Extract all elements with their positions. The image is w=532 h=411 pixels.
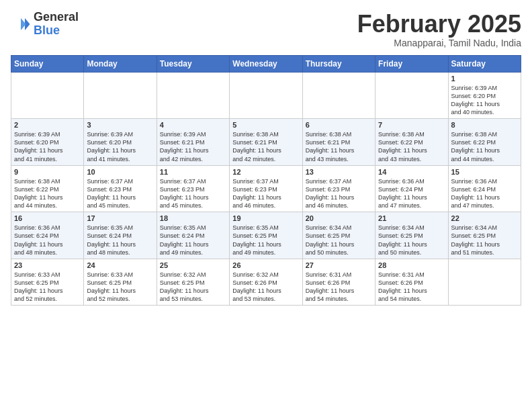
day-cell: 27Sunrise: 6:31 AM Sunset: 6:26 PM Dayli… [302, 259, 375, 306]
day-cell: 14Sunrise: 6:36 AM Sunset: 6:24 PM Dayli… [375, 165, 448, 212]
day-number: 20 [306, 214, 372, 222]
day-cell: 8Sunrise: 6:38 AM Sunset: 6:22 PM Daylig… [448, 119, 521, 166]
day-cell: 19Sunrise: 6:35 AM Sunset: 6:25 PM Dayli… [230, 212, 302, 259]
weekday-thursday: Thursday [302, 55, 375, 72]
day-info: Sunrise: 6:34 AM Sunset: 6:25 PM Dayligh… [451, 224, 518, 257]
day-info: Sunrise: 6:38 AM Sunset: 6:22 PM Dayligh… [14, 177, 81, 210]
day-number: 3 [87, 121, 153, 129]
day-cell: 15Sunrise: 6:36 AM Sunset: 6:24 PM Dayli… [448, 165, 521, 212]
day-info: Sunrise: 6:31 AM Sunset: 6:26 PM Dayligh… [378, 271, 445, 304]
weekday-saturday: Saturday [448, 55, 521, 72]
header: General Blue February 2025 Manapparai, T… [11, 11, 521, 48]
day-cell: 24Sunrise: 6:33 AM Sunset: 6:25 PM Dayli… [84, 259, 157, 306]
day-info: Sunrise: 6:33 AM Sunset: 6:25 PM Dayligh… [87, 271, 153, 304]
day-number: 23 [14, 261, 81, 269]
day-number: 28 [378, 261, 445, 269]
day-info: Sunrise: 6:31 AM Sunset: 6:26 PM Dayligh… [306, 271, 372, 304]
day-info: Sunrise: 6:38 AM Sunset: 6:21 PM Dayligh… [306, 130, 372, 163]
day-info: Sunrise: 6:36 AM Sunset: 6:24 PM Dayligh… [378, 177, 445, 210]
logo-text: General Blue [34, 11, 79, 38]
day-cell: 12Sunrise: 6:37 AM Sunset: 6:23 PM Dayli… [230, 165, 302, 212]
day-number: 21 [378, 214, 445, 222]
page: General Blue February 2025 Manapparai, T… [0, 0, 532, 312]
weekday-tuesday: Tuesday [157, 55, 229, 72]
day-number: 5 [232, 121, 299, 129]
day-cell: 23Sunrise: 6:33 AM Sunset: 6:25 PM Dayli… [11, 259, 84, 306]
day-info: Sunrise: 6:37 AM Sunset: 6:23 PM Dayligh… [306, 177, 372, 210]
day-cell: 28Sunrise: 6:31 AM Sunset: 6:26 PM Dayli… [375, 259, 448, 306]
day-number: 24 [87, 261, 153, 269]
day-info: Sunrise: 6:39 AM Sunset: 6:20 PM Dayligh… [451, 84, 518, 117]
day-cell: 18Sunrise: 6:35 AM Sunset: 6:24 PM Dayli… [157, 212, 229, 259]
day-number: 8 [451, 121, 518, 129]
day-cell: 6Sunrise: 6:38 AM Sunset: 6:21 PM Daylig… [302, 119, 375, 166]
day-info: Sunrise: 6:38 AM Sunset: 6:22 PM Dayligh… [451, 130, 518, 163]
day-info: Sunrise: 6:35 AM Sunset: 6:25 PM Dayligh… [232, 224, 299, 257]
day-number: 12 [232, 168, 299, 176]
day-number: 13 [306, 168, 372, 176]
day-cell: 13Sunrise: 6:37 AM Sunset: 6:23 PM Dayli… [302, 165, 375, 212]
day-number: 25 [160, 261, 226, 269]
day-info: Sunrise: 6:36 AM Sunset: 6:24 PM Dayligh… [14, 224, 81, 257]
day-cell: 11Sunrise: 6:37 AM Sunset: 6:23 PM Dayli… [157, 165, 229, 212]
day-info: Sunrise: 6:38 AM Sunset: 6:21 PM Dayligh… [232, 130, 299, 163]
day-cell: 10Sunrise: 6:37 AM Sunset: 6:23 PM Dayli… [84, 165, 157, 212]
week-row-4: 23Sunrise: 6:33 AM Sunset: 6:25 PM Dayli… [11, 259, 521, 306]
title-block: February 2025 Manapparai, Tamil Nadu, In… [357, 11, 521, 48]
month-title: February 2025 [357, 11, 521, 38]
day-info: Sunrise: 6:36 AM Sunset: 6:24 PM Dayligh… [451, 177, 518, 210]
day-info: Sunrise: 6:37 AM Sunset: 6:23 PM Dayligh… [87, 177, 153, 210]
weekday-friday: Friday [375, 55, 448, 72]
logo: General Blue [11, 11, 79, 38]
day-number: 4 [160, 121, 226, 129]
day-cell: 20Sunrise: 6:34 AM Sunset: 6:25 PM Dayli… [302, 212, 375, 259]
weekday-sunday: Sunday [11, 55, 84, 72]
day-number: 7 [378, 121, 445, 129]
day-info: Sunrise: 6:39 AM Sunset: 6:20 PM Dayligh… [14, 130, 81, 163]
day-cell: 9Sunrise: 6:38 AM Sunset: 6:22 PM Daylig… [11, 165, 84, 212]
day-info: Sunrise: 6:39 AM Sunset: 6:20 PM Dayligh… [87, 130, 153, 163]
day-cell: 21Sunrise: 6:34 AM Sunset: 6:25 PM Dayli… [375, 212, 448, 259]
location-title: Manapparai, Tamil Nadu, India [357, 38, 521, 48]
week-row-0: 1Sunrise: 6:39 AM Sunset: 6:20 PM Daylig… [11, 72, 521, 119]
logo-icon [11, 14, 31, 34]
day-number: 9 [14, 168, 81, 176]
week-row-2: 9Sunrise: 6:38 AM Sunset: 6:22 PM Daylig… [11, 165, 521, 212]
day-number: 19 [232, 214, 299, 222]
day-cell [11, 72, 84, 119]
day-cell: 7Sunrise: 6:38 AM Sunset: 6:22 PM Daylig… [375, 119, 448, 166]
day-number: 16 [14, 214, 81, 222]
day-cell [230, 72, 302, 119]
calendar: SundayMondayTuesdayWednesdayThursdayFrid… [11, 55, 521, 306]
calendar-header: SundayMondayTuesdayWednesdayThursdayFrid… [11, 55, 521, 72]
day-cell: 5Sunrise: 6:38 AM Sunset: 6:21 PM Daylig… [230, 119, 302, 166]
day-info: Sunrise: 6:38 AM Sunset: 6:22 PM Dayligh… [378, 130, 445, 163]
calendar-body: 1Sunrise: 6:39 AM Sunset: 6:20 PM Daylig… [11, 72, 521, 306]
day-cell: 26Sunrise: 6:32 AM Sunset: 6:26 PM Dayli… [230, 259, 302, 306]
day-number: 18 [160, 214, 226, 222]
day-cell: 17Sunrise: 6:35 AM Sunset: 6:24 PM Dayli… [84, 212, 157, 259]
day-info: Sunrise: 6:35 AM Sunset: 6:24 PM Dayligh… [87, 224, 153, 257]
day-number: 10 [87, 168, 153, 176]
week-row-3: 16Sunrise: 6:36 AM Sunset: 6:24 PM Dayli… [11, 212, 521, 259]
day-cell: 16Sunrise: 6:36 AM Sunset: 6:24 PM Dayli… [11, 212, 84, 259]
day-cell: 4Sunrise: 6:39 AM Sunset: 6:21 PM Daylig… [157, 119, 229, 166]
day-cell: 25Sunrise: 6:32 AM Sunset: 6:25 PM Dayli… [157, 259, 229, 306]
day-cell [375, 72, 448, 119]
day-number: 15 [451, 168, 518, 176]
day-number: 27 [306, 261, 372, 269]
day-number: 14 [378, 168, 445, 176]
day-cell [157, 72, 229, 119]
day-info: Sunrise: 6:39 AM Sunset: 6:21 PM Dayligh… [160, 130, 226, 163]
week-row-1: 2Sunrise: 6:39 AM Sunset: 6:20 PM Daylig… [11, 119, 521, 166]
day-info: Sunrise: 6:33 AM Sunset: 6:25 PM Dayligh… [14, 271, 81, 304]
day-number: 26 [232, 261, 299, 269]
day-number: 17 [87, 214, 153, 222]
day-cell: 1Sunrise: 6:39 AM Sunset: 6:20 PM Daylig… [448, 72, 521, 119]
logo-general: General [34, 11, 79, 24]
day-cell [448, 259, 521, 306]
day-number: 11 [160, 168, 226, 176]
day-number: 22 [451, 214, 518, 222]
logo-blue: Blue [34, 24, 79, 38]
day-cell [84, 72, 157, 119]
